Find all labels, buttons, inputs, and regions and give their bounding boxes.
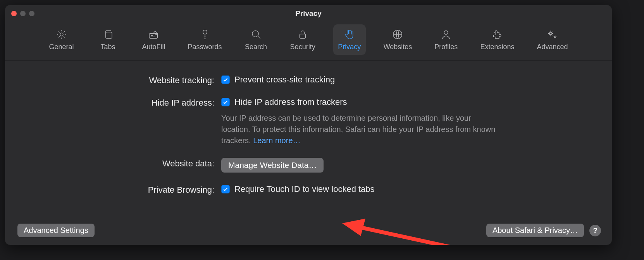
preferences-window: Privacy General Tabs AutoFill Passwords [5, 5, 612, 245]
tab-label: Security [290, 43, 315, 51]
checkbox-require-touch-id[interactable] [221, 185, 230, 193]
help-button[interactable]: ? [589, 225, 601, 236]
label-website-data: Website data: [21, 158, 214, 169]
svg-rect-5 [300, 34, 306, 38]
privacy-pane: Website tracking: Prevent cross-site tra… [5, 61, 612, 195]
hide-ip-description: Your IP address can be used to determine… [221, 113, 500, 146]
checkbox-label: Hide IP address from trackers [234, 97, 347, 107]
tab-label: Privacy [338, 43, 361, 51]
tab-label: Advanced [537, 43, 568, 51]
svg-point-4 [252, 31, 258, 37]
window-title: Privacy [295, 9, 322, 18]
checkbox-hide-ip-from-trackers[interactable] [221, 98, 230, 106]
tab-label: General [49, 43, 74, 51]
row-hide-ip: Hide IP address: Hide IP address from tr… [21, 97, 596, 146]
svg-point-9 [554, 36, 556, 38]
close-window-button[interactable] [11, 11, 17, 16]
gears-icon [546, 28, 558, 41]
pencil-form-icon [148, 28, 160, 41]
tabs-icon [102, 28, 114, 41]
label-private-browsing: Private Browsing: [21, 184, 214, 195]
checkbox-prevent-cross-site-tracking[interactable] [221, 75, 230, 84]
tab-label: Tabs [101, 43, 115, 51]
gear-icon [55, 28, 68, 41]
tab-profiles[interactable]: Profiles [430, 24, 462, 55]
tab-autofill[interactable]: AutoFill [138, 24, 170, 55]
person-icon [440, 28, 452, 41]
traffic-lights [11, 11, 34, 16]
zoom-window-button[interactable] [29, 11, 34, 16]
tab-tabs[interactable]: Tabs [92, 24, 124, 55]
titlebar: Privacy [5, 5, 612, 22]
minimize-window-button[interactable] [20, 11, 26, 16]
puzzle-icon [491, 28, 503, 41]
tab-label: Extensions [480, 43, 514, 51]
checkbox-label: Prevent cross-site tracking [234, 75, 335, 85]
tab-security[interactable]: Security [286, 24, 320, 55]
advanced-settings-button[interactable]: Advanced Settings [17, 224, 95, 237]
key-icon [199, 28, 211, 41]
svg-point-7 [444, 31, 448, 34]
svg-point-0 [60, 33, 63, 36]
hand-icon [343, 28, 356, 41]
tab-privacy[interactable]: Privacy [333, 24, 366, 55]
footer: Advanced Settings About Safari & Privacy… [5, 224, 612, 237]
svg-point-8 [550, 32, 552, 35]
label-hide-ip: Hide IP address: [21, 97, 214, 108]
learn-more-link[interactable]: Learn more… [253, 136, 300, 145]
tab-search[interactable]: Search [240, 24, 272, 55]
tab-websites[interactable]: Websites [379, 24, 417, 55]
lock-icon [296, 28, 309, 41]
tab-label: Passwords [188, 43, 222, 51]
row-website-data: Website data: Manage Website Data… [21, 158, 596, 173]
search-icon [250, 28, 262, 41]
svg-rect-1 [105, 32, 112, 38]
tab-general[interactable]: General [45, 24, 79, 55]
tab-passwords[interactable]: Passwords [183, 24, 227, 55]
tab-extensions[interactable]: Extensions [475, 24, 519, 55]
svg-rect-2 [149, 34, 157, 39]
preferences-toolbar: General Tabs AutoFill Passwords Search [5, 22, 612, 61]
tab-advanced[interactable]: Advanced [532, 24, 572, 55]
checkbox-label: Require Touch ID to view locked tabs [234, 184, 375, 194]
svg-point-3 [203, 30, 207, 34]
manage-website-data-button[interactable]: Manage Website Data… [221, 158, 324, 173]
tab-label: AutoFill [142, 43, 165, 51]
label-website-tracking: Website tracking: [21, 75, 214, 86]
about-safari-privacy-button[interactable]: About Safari & Privacy… [486, 224, 584, 237]
globe-icon [391, 28, 404, 41]
tab-label: Profiles [434, 43, 458, 51]
row-private-browsing: Private Browsing: Require Touch ID to vi… [21, 184, 596, 195]
row-website-tracking: Website tracking: Prevent cross-site tra… [21, 75, 596, 86]
tab-label: Websites [384, 43, 412, 51]
tab-label: Search [245, 43, 267, 51]
